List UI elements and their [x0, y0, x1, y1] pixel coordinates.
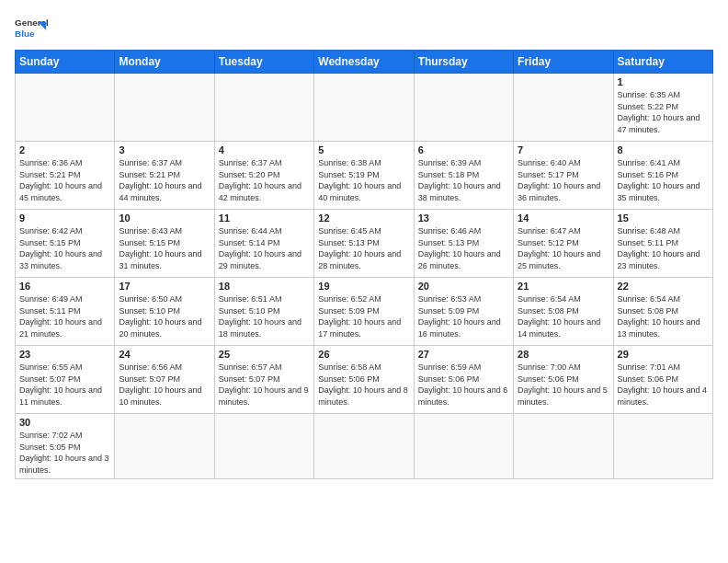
header: General Blue — [15, 15, 713, 42]
calendar-cell: 17Sunrise: 6:50 AM Sunset: 5:10 PM Dayli… — [115, 278, 214, 346]
day-number: 24 — [119, 349, 210, 360]
calendar-cell: 18Sunrise: 6:51 AM Sunset: 5:10 PM Dayli… — [214, 278, 313, 346]
day-number: 23 — [19, 349, 110, 360]
day-info: Sunrise: 6:54 AM Sunset: 5:08 PM Dayligh… — [618, 293, 709, 339]
calendar-cell: 14Sunrise: 6:47 AM Sunset: 5:12 PM Dayli… — [514, 210, 613, 278]
day-info: Sunrise: 6:42 AM Sunset: 5:15 PM Dayligh… — [19, 225, 110, 271]
day-number: 14 — [518, 213, 609, 224]
calendar-row-4: 16Sunrise: 6:49 AM Sunset: 5:11 PM Dayli… — [16, 278, 713, 346]
calendar-cell — [16, 74, 115, 142]
calendar-cell: 23Sunrise: 6:55 AM Sunset: 5:07 PM Dayli… — [16, 346, 115, 414]
day-number: 26 — [318, 349, 409, 360]
day-number: 7 — [518, 144, 609, 155]
calendar-cell: 4Sunrise: 6:37 AM Sunset: 5:20 PM Daylig… — [214, 142, 313, 210]
day-info: Sunrise: 6:46 AM Sunset: 5:13 PM Dayligh… — [418, 225, 509, 271]
calendar-cell: 1Sunrise: 6:35 AM Sunset: 5:22 PM Daylig… — [613, 74, 712, 142]
calendar-cell: 2Sunrise: 6:36 AM Sunset: 5:21 PM Daylig… — [16, 142, 115, 210]
calendar-row-3: 9Sunrise: 6:42 AM Sunset: 5:15 PM Daylig… — [16, 210, 713, 278]
weekday-header-row: SundayMondayTuesdayWednesdayThursdayFrid… — [16, 51, 713, 74]
day-info: Sunrise: 6:47 AM Sunset: 5:12 PM Dayligh… — [518, 225, 609, 271]
calendar-cell: 26Sunrise: 6:58 AM Sunset: 5:06 PM Dayli… — [314, 346, 414, 414]
day-number: 3 — [119, 144, 210, 155]
day-number: 17 — [119, 281, 210, 292]
calendar-cell: 20Sunrise: 6:53 AM Sunset: 5:09 PM Dayli… — [414, 278, 513, 346]
calendar-cell: 6Sunrise: 6:39 AM Sunset: 5:18 PM Daylig… — [414, 142, 513, 210]
calendar-cell: 8Sunrise: 6:41 AM Sunset: 5:16 PM Daylig… — [613, 142, 712, 210]
day-number: 6 — [418, 144, 509, 155]
day-info: Sunrise: 6:38 AM Sunset: 5:19 PM Dayligh… — [318, 157, 409, 203]
calendar-cell: 12Sunrise: 6:45 AM Sunset: 5:13 PM Dayli… — [314, 210, 414, 278]
calendar-cell: 30Sunrise: 7:02 AM Sunset: 5:05 PM Dayli… — [16, 414, 115, 479]
calendar-cell: 15Sunrise: 6:48 AM Sunset: 5:11 PM Dayli… — [613, 210, 712, 278]
day-number: 11 — [219, 213, 310, 224]
day-info: Sunrise: 6:58 AM Sunset: 5:06 PM Dayligh… — [318, 362, 409, 408]
calendar-cell — [314, 74, 414, 142]
day-info: Sunrise: 7:01 AM Sunset: 5:06 PM Dayligh… — [618, 362, 709, 408]
day-info: Sunrise: 6:35 AM Sunset: 5:22 PM Dayligh… — [618, 89, 709, 135]
day-info: Sunrise: 6:57 AM Sunset: 5:07 PM Dayligh… — [219, 362, 310, 408]
day-info: Sunrise: 6:48 AM Sunset: 5:11 PM Dayligh… — [618, 225, 709, 271]
day-info: Sunrise: 6:59 AM Sunset: 5:06 PM Dayligh… — [418, 362, 509, 408]
day-number: 25 — [219, 349, 310, 360]
day-number: 21 — [518, 281, 609, 292]
day-info: Sunrise: 7:00 AM Sunset: 5:06 PM Dayligh… — [518, 362, 609, 408]
calendar-table: SundayMondayTuesdayWednesdayThursdayFrid… — [15, 50, 713, 479]
day-number: 29 — [618, 349, 709, 360]
day-info: Sunrise: 6:40 AM Sunset: 5:17 PM Dayligh… — [518, 157, 609, 203]
day-info: Sunrise: 6:45 AM Sunset: 5:13 PM Dayligh… — [318, 225, 409, 271]
day-number: 10 — [119, 213, 210, 224]
calendar-cell — [314, 414, 414, 479]
weekday-thursday: Thursday — [414, 51, 513, 74]
day-number: 4 — [219, 144, 310, 155]
weekday-saturday: Saturday — [613, 51, 712, 74]
calendar-cell: 9Sunrise: 6:42 AM Sunset: 5:15 PM Daylig… — [16, 210, 115, 278]
day-number: 2 — [19, 144, 110, 155]
day-number: 8 — [618, 144, 709, 155]
weekday-monday: Monday — [115, 51, 214, 74]
weekday-wednesday: Wednesday — [314, 51, 414, 74]
weekday-tuesday: Tuesday — [214, 51, 313, 74]
day-number: 19 — [318, 281, 409, 292]
day-number: 18 — [219, 281, 310, 292]
calendar-cell — [214, 74, 313, 142]
calendar-cell: 11Sunrise: 6:44 AM Sunset: 5:14 PM Dayli… — [214, 210, 313, 278]
calendar-cell: 3Sunrise: 6:37 AM Sunset: 5:21 PM Daylig… — [115, 142, 214, 210]
day-info: Sunrise: 6:54 AM Sunset: 5:08 PM Dayligh… — [518, 293, 609, 339]
day-number: 5 — [318, 144, 409, 155]
calendar-cell: 16Sunrise: 6:49 AM Sunset: 5:11 PM Dayli… — [16, 278, 115, 346]
calendar-cell: 29Sunrise: 7:01 AM Sunset: 5:06 PM Dayli… — [613, 346, 712, 414]
page: General Blue SundayMondayTuesdayWednesda… — [0, 0, 728, 487]
day-info: Sunrise: 6:55 AM Sunset: 5:07 PM Dayligh… — [19, 362, 110, 408]
day-number: 13 — [418, 213, 509, 224]
weekday-friday: Friday — [514, 51, 613, 74]
logo: General Blue — [15, 15, 48, 42]
day-info: Sunrise: 6:49 AM Sunset: 5:11 PM Dayligh… — [19, 293, 110, 339]
calendar-cell: 10Sunrise: 6:43 AM Sunset: 5:15 PM Dayli… — [115, 210, 214, 278]
day-info: Sunrise: 6:44 AM Sunset: 5:14 PM Dayligh… — [219, 225, 310, 271]
calendar-cell: 5Sunrise: 6:38 AM Sunset: 5:19 PM Daylig… — [314, 142, 414, 210]
day-info: Sunrise: 6:52 AM Sunset: 5:09 PM Dayligh… — [318, 293, 409, 339]
calendar-row-2: 2Sunrise: 6:36 AM Sunset: 5:21 PM Daylig… — [16, 142, 713, 210]
day-info: Sunrise: 6:41 AM Sunset: 5:16 PM Dayligh… — [618, 157, 709, 203]
svg-text:Blue: Blue — [15, 29, 35, 39]
day-info: Sunrise: 6:53 AM Sunset: 5:09 PM Dayligh… — [418, 293, 509, 339]
calendar-cell: 21Sunrise: 6:54 AM Sunset: 5:08 PM Dayli… — [514, 278, 613, 346]
day-number: 12 — [318, 213, 409, 224]
calendar-cell — [514, 414, 613, 479]
calendar-cell — [214, 414, 313, 479]
day-info: Sunrise: 6:37 AM Sunset: 5:21 PM Dayligh… — [119, 157, 210, 203]
calendar-row-1: 1Sunrise: 6:35 AM Sunset: 5:22 PM Daylig… — [16, 74, 713, 142]
day-info: Sunrise: 6:51 AM Sunset: 5:10 PM Dayligh… — [219, 293, 310, 339]
calendar-cell: 22Sunrise: 6:54 AM Sunset: 5:08 PM Dayli… — [613, 278, 712, 346]
day-info: Sunrise: 6:39 AM Sunset: 5:18 PM Dayligh… — [418, 157, 509, 203]
day-number: 20 — [418, 281, 509, 292]
day-number: 27 — [418, 349, 509, 360]
day-number: 30 — [19, 417, 110, 428]
calendar-cell: 28Sunrise: 7:00 AM Sunset: 5:06 PM Dayli… — [514, 346, 613, 414]
calendar-cell — [414, 74, 513, 142]
day-number: 16 — [19, 281, 110, 292]
calendar-cell — [414, 414, 513, 479]
day-number: 28 — [518, 349, 609, 360]
day-info: Sunrise: 6:50 AM Sunset: 5:10 PM Dayligh… — [119, 293, 210, 339]
calendar-cell — [115, 414, 214, 479]
